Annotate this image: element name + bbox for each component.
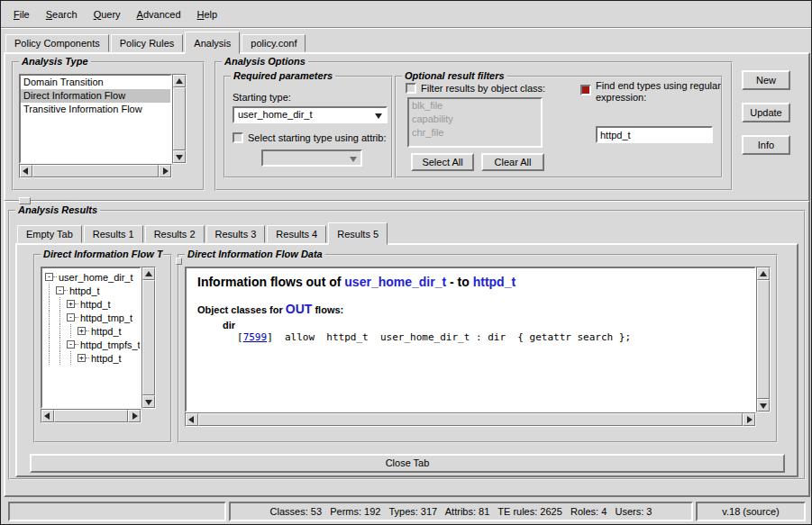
scroll-thumb[interactable] [173,87,186,150]
scroll-left-arrow-icon[interactable] [20,165,32,177]
starting-type-value: user_home_dir_t [238,109,313,120]
menu-help[interactable]: Help [189,6,226,23]
scroll-thumb[interactable] [198,413,743,426]
new-button[interactable]: New [742,70,790,90]
tab-results-4[interactable]: Results 4 [267,225,326,243]
status-bar-version: v.18 (source) [696,502,806,521]
tab-policy-conf[interactable]: policy.conf [242,34,306,52]
info-flow-data-text[interactable]: Information flows out of user_home_dir_t… [185,267,756,412]
scroll-down-arrow-icon[interactable] [757,399,770,412]
find-end-types-regex-checkbox[interactable] [580,85,591,95]
analysis-type-vertical-scrollbar[interactable] [172,74,187,164]
tree-node-label[interactable]: user_home_dir_t [57,272,133,283]
tree-expander-icon[interactable]: - [67,340,75,348]
tab-results-5[interactable]: Results 5 [328,222,388,245]
starting-type-combobox[interactable]: user_home_dir_t [233,106,388,123]
tree-node-label[interactable]: httpd_t [68,285,100,296]
data-vertical-scrollbar[interactable] [756,267,771,412]
info-button[interactable]: Info [742,135,790,155]
scroll-down-arrow-icon[interactable] [142,395,155,408]
rule-number-link[interactable]: 7599 [243,331,268,343]
tab-policy-components[interactable]: Policy Components [5,34,109,52]
tree-vertical-scrollbar[interactable] [141,267,156,409]
select-all-button[interactable]: Select All [411,153,474,171]
tree-node-label[interactable]: httpd_t [78,299,111,310]
scroll-up-arrow-icon[interactable] [757,267,770,280]
scroll-up-arrow-icon[interactable] [142,267,155,280]
tree-expander-icon[interactable]: - [45,273,53,281]
scroll-thumb[interactable] [32,165,159,177]
tree-node[interactable]: -user_home_dir_t [45,270,140,284]
tree-expander-icon[interactable]: - [56,286,64,294]
tree-node[interactable]: +httpd_t [45,351,140,365]
tree-node[interactable]: -httpd_tmpfs_t [45,338,140,351]
scroll-left-arrow-icon[interactable] [186,413,198,426]
data-horizontal-scrollbar[interactable] [185,412,756,427]
tree-guide-line [45,351,56,365]
scroll-track[interactable] [32,165,159,177]
scroll-thumb[interactable] [142,280,155,395]
sash-handle[interactable] [176,258,182,265]
scroll-up-arrow-icon[interactable] [173,75,186,87]
update-button[interactable]: Update [742,103,790,122]
attrib-checkbox[interactable] [233,132,243,143]
tree-node-label[interactable]: httpd_t [89,353,122,364]
tree-node[interactable]: +httpd_t [45,324,140,338]
info-flow-tree: -user_home_dir_t -httpd_t +httpd_t -http… [41,267,141,409]
tree-node[interactable]: -httpd_tmp_t [45,311,140,324]
tab-empty-tab[interactable]: Empty Tab [17,225,82,243]
tree-expander-icon[interactable]: + [67,300,75,308]
sash-handle[interactable] [19,197,31,204]
analysis-options-title: Analysis Options [222,56,308,67]
regex-label-line2: expression: [596,92,727,104]
menu-search[interactable]: Search [38,6,86,23]
regex-input[interactable] [596,126,713,143]
tab-results-2[interactable]: Results 2 [145,225,205,243]
scroll-track[interactable] [173,87,186,150]
tree-expander-icon[interactable]: + [78,354,86,362]
tab-results-3[interactable]: Results 3 [206,225,266,243]
menu-query[interactable]: Query [86,6,129,23]
tree-horizontal-scrollbar[interactable] [41,409,141,423]
list-item-domain-transition[interactable]: Domain Transition [21,76,170,89]
tree-guide-line [56,351,67,365]
tab-analysis[interactable]: Analysis [185,32,240,54]
scroll-thumb[interactable] [54,410,128,422]
tree-node[interactable]: -httpd_t [45,284,140,297]
tab-results-1[interactable]: Results 1 [84,225,143,243]
tree-node[interactable]: +httpd_t [45,297,140,311]
list-item-direct-info-flow[interactable]: Direct Information Flow [21,89,170,103]
info-flow-data-group: Direct Information Flow Data Information… [178,254,778,443]
scroll-down-arrow-icon[interactable] [173,150,186,163]
scroll-right-arrow-icon[interactable] [159,165,171,177]
pane-sash[interactable] [5,200,809,202]
scroll-track[interactable] [142,280,155,395]
menu-advanced[interactable]: Advanced [129,6,189,23]
menu-file[interactable]: File [5,6,38,23]
tree-node-label[interactable]: httpd_tmp_t [78,312,132,323]
list-item-transitive-info-flow[interactable]: Transitive Information Flow [21,103,170,116]
required-parameters-title: Required parameters [231,70,335,81]
scroll-track[interactable] [757,280,770,399]
scroll-right-arrow-icon[interactable] [743,413,755,426]
scroll-thumb[interactable] [757,280,770,399]
dropdown-arrow-icon[interactable] [375,113,382,119]
tree-node-label[interactable]: httpd_t [89,326,122,337]
clear-all-button[interactable]: Clear All [481,153,544,171]
tree-expander-icon[interactable]: + [78,327,86,335]
regex-label-line1: Find end types using regular [596,80,727,92]
tree-guide-line [56,311,67,324]
scroll-left-arrow-icon[interactable] [41,410,54,422]
rule-bracket: [ [237,331,243,343]
scroll-track[interactable] [54,410,128,422]
tree-expander-icon[interactable]: - [67,313,75,321]
tab-policy-rules[interactable]: Policy Rules [111,34,184,52]
close-tab-button[interactable]: Close Tab [30,454,785,473]
scroll-track[interactable] [198,413,743,426]
scroll-right-arrow-icon[interactable] [128,410,141,422]
analysis-type-horizontal-scrollbar[interactable] [19,164,172,178]
tree-node-label[interactable]: httpd_tmpfs_t [78,339,141,350]
filter-by-object-class-checkbox[interactable] [406,83,416,94]
analysis-results-group: Analysis Results Empty Tab Results 1 Res… [8,210,806,480]
attrib-combobox[interactable] [261,149,362,167]
